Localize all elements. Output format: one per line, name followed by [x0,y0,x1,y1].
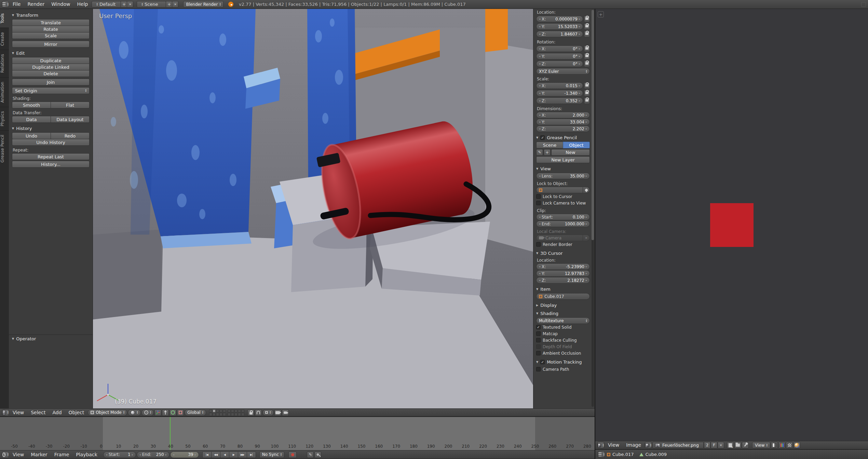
item-name-field[interactable]: Cube.017 [536,293,590,300]
rotate-manipulator-button[interactable] [169,409,176,416]
screen-layout-field[interactable]: Default [92,1,121,8]
scene-field[interactable]: Scene [137,1,166,8]
panel-header-3d-cursor[interactable]: 3D Cursor [536,251,590,256]
breadcrumb-data[interactable]: Cube.009 [646,452,667,457]
fake-user-button[interactable]: F [711,442,717,448]
properties-editor-type-button[interactable] [598,451,605,458]
channel-rgb-button[interactable] [778,442,785,448]
render-border-checkbox[interactable] [536,242,541,247]
close-layout-button[interactable] [127,1,133,8]
menu-window[interactable]: Window [48,0,73,9]
lock-to-scene-button[interactable] [247,409,254,416]
lock-camera-row[interactable]: Lock Camera to View [536,200,590,206]
redo-button[interactable]: Redo [51,132,90,139]
frame-start-field[interactable]: Start:1 [103,451,136,458]
duplicate-button[interactable]: Duplicate [12,57,90,64]
flat-button[interactable]: Flat [51,102,90,108]
layer-toggle[interactable] [234,413,238,416]
layer-toggle[interactable] [241,413,244,416]
layer-toggle[interactable] [216,413,219,416]
delete-button[interactable]: Delete [12,70,90,77]
motion-tracking-checkbox[interactable] [540,360,545,364]
keying-set-button[interactable] [314,451,321,458]
clear-camera-button[interactable] [583,235,590,241]
menu-frame[interactable]: Frame [51,450,72,459]
open-image-button[interactable] [734,442,741,448]
layer-toggle[interactable] [228,409,231,412]
lock-rz-button[interactable] [584,61,590,67]
sync-mode-select[interactable]: No Sync [259,451,285,458]
undo-button[interactable]: Undo [12,132,51,139]
tab-physics[interactable]: Physics [0,107,9,130]
viewport-shading-select[interactable] [128,409,141,416]
tab-tools[interactable]: Tools [0,9,9,28]
rotate-button[interactable]: Rotate [12,26,90,32]
gp-add-button[interactable]: + [544,149,551,156]
menu-add[interactable]: Add [49,408,65,417]
panel-header-view[interactable]: View [536,166,590,171]
rotation-order-select[interactable]: XYZ Euler [536,68,590,75]
layer-toggle[interactable] [231,409,234,412]
clip-start-field[interactable]: Start:0.100 [536,214,590,220]
lock-camera-checkbox[interactable] [536,201,541,205]
menu-view[interactable]: View [10,408,27,417]
dimensions-z-field[interactable]: Z:2.202 [536,126,590,132]
lock-to-cursor-checkbox[interactable] [536,194,541,199]
dimensions-y-field[interactable]: Y:33.004 [536,119,590,125]
matcap-row[interactable]: Matcap [536,330,590,337]
layer-toggle[interactable] [213,409,216,412]
translate-manipulator-button[interactable] [162,409,169,416]
current-frame-field[interactable]: 39 [170,451,199,458]
join-button[interactable]: Join [12,79,90,86]
editor-mode-select[interactable]: View [752,442,770,448]
info-editor-type-button[interactable] [2,1,9,8]
scale-z-field[interactable]: Z:0.352 [536,97,583,104]
dimensions-x-field[interactable]: X:2.000 [536,112,590,118]
rotation-y-field[interactable]: Y:0° [536,53,583,60]
auto-keyframe-button[interactable]: ✎ [307,451,314,458]
rotation-z-field[interactable]: Z:0° [536,61,583,67]
scale-x-field[interactable]: X:0.015 [536,82,583,89]
3d-viewport[interactable]: User Persp (39) Cube.017 [93,9,533,408]
close-scene-button[interactable] [172,1,178,8]
set-origin-menu[interactable]: Set Origin [12,87,90,94]
lock-sz-button[interactable] [584,97,590,104]
pin-button[interactable] [742,442,749,448]
location-y-field[interactable]: Y:15.52033 [536,23,583,30]
location-z-field[interactable]: Z:1.84607 [536,31,583,37]
layer-toggle[interactable] [223,409,226,412]
camera-path-checkbox[interactable] [536,367,541,371]
textured-solid-checkbox[interactable] [536,325,541,329]
layer-toggle[interactable] [213,413,216,416]
menu-object[interactable]: Object [66,408,87,417]
rotation-x-field[interactable]: X:0° [536,45,583,52]
play-reverse-button[interactable] [220,451,229,458]
gp-draw-button[interactable]: ✎ [536,149,543,156]
tab-create[interactable]: Create [0,28,9,50]
layer-toggle[interactable] [231,413,234,416]
layer-toggle[interactable] [209,413,212,416]
breadcrumb-object[interactable]: Cube.017 [612,452,634,457]
unlink-image-button[interactable] [718,442,724,448]
panel-header-motion-tracking[interactable]: Motion Tracking [536,359,590,365]
panel-header-history[interactable]: History [12,126,90,131]
layer-toggle[interactable] [228,413,231,416]
gp-object-button[interactable]: Object [563,142,590,148]
backface-culling-row[interactable]: Backface Culling [536,337,590,343]
lock-to-cursor-row[interactable]: Lock to Cursor [536,193,590,200]
data-layout-button[interactable]: Data Layout [51,116,90,123]
layer-toggle[interactable] [219,409,222,412]
lock-sx-button[interactable] [584,82,590,89]
lens-field[interactable]: Lens:35.000 [536,173,590,179]
ambient-occlusion-checkbox[interactable] [536,351,541,355]
scrollbar-thumb[interactable] [592,10,594,240]
eyedropper-button[interactable] [583,187,590,193]
menu-render[interactable]: Render [24,0,48,9]
repeat-last-button[interactable]: Repeat Last [12,153,90,160]
image-users-button[interactable]: 2 [704,442,710,448]
opengl-render-anim-button[interactable] [282,409,289,416]
cursor-x-field[interactable]: X:-5.23990 [536,263,590,270]
layer-toggle[interactable] [219,413,222,416]
panel-header-transform[interactable]: Transform [12,13,90,18]
gp-new-layer-button[interactable]: New Layer [536,156,590,163]
